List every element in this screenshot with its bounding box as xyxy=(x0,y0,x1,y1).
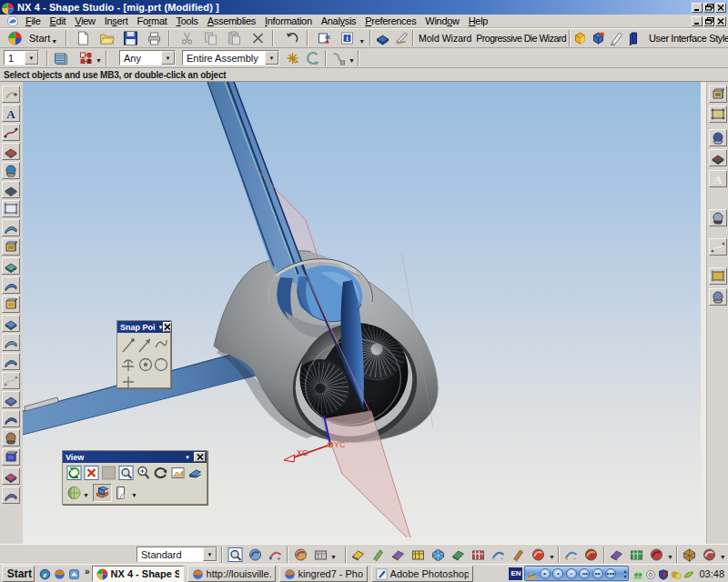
svg-text:A: A xyxy=(6,107,15,120)
svg-text:XC: XC xyxy=(297,448,308,457)
svg-text:YC: YC xyxy=(334,440,346,449)
svg-text:e: e xyxy=(44,570,47,579)
svg-text:A: A xyxy=(713,173,723,186)
